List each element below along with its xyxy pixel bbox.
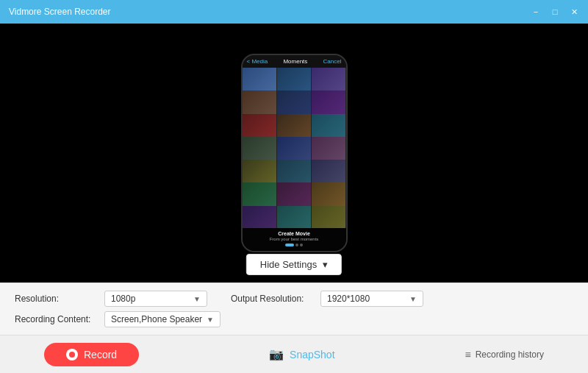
phone-footer-title: Create Movie	[247, 231, 342, 236]
chevron-down-icon: ▾	[323, 259, 328, 270]
scroll-dot	[300, 244, 303, 246]
resolution-dropdown-arrow: ▼	[193, 295, 201, 303]
phone-moments-title: Moments	[283, 58, 307, 65]
phone-footer: Create Movie From your best moments	[243, 228, 346, 251]
output-resolution-section: Output Resolution: 1920*1080 ▼	[231, 291, 423, 307]
phone-footer-sub: From your best moments	[247, 237, 342, 241]
record-button[interactable]: Record	[44, 343, 139, 366]
title-bar: Vidmore Screen Recorder − □ ✕	[0, 0, 588, 24]
close-button[interactable]: ✕	[566, 4, 582, 20]
minimize-button[interactable]: −	[528, 4, 544, 20]
output-resolution-value: 1920*1080	[327, 294, 405, 304]
hide-settings-button[interactable]: Hide Settings ▾	[246, 254, 342, 275]
main-area: < Media Moments Cancel 1:19 1s 1s 2s 3s …	[0, 24, 588, 373]
output-resolution-select[interactable]: 1920*1080 ▼	[320, 291, 423, 307]
app-title: Vidmore Screen Recorder	[9, 7, 111, 17]
phone-header: < Media Moments Cancel	[243, 55, 346, 68]
phone-cancel-btn[interactable]: Cancel	[323, 58, 342, 65]
snapshot-button[interactable]: 📷 SnapShot	[269, 347, 335, 361]
list-icon: ≡	[465, 349, 470, 360]
recording-content-value: Screen,Phone Speaker	[111, 314, 202, 324]
maximize-button[interactable]: □	[547, 4, 563, 20]
scroll-dot-active	[285, 244, 294, 246]
recording-history-label: Recording history	[476, 349, 544, 360]
output-resolution-dropdown-arrow: ▼	[409, 295, 417, 303]
resolution-value: 1080p	[111, 294, 189, 304]
scroll-dot	[295, 244, 298, 246]
recording-content-select[interactable]: Screen,Phone Speaker ▼	[104, 311, 220, 327]
recording-content-row: Recording Content: Screen,Phone Speaker …	[15, 311, 573, 327]
bottom-toolbar: Record 📷 SnapShot ≡ Recording history	[0, 335, 588, 373]
settings-panel: Resolution: 1080p ▼ Output Resolution: 1…	[0, 283, 588, 335]
record-label: Record	[84, 349, 117, 360]
phone-grid: 1:19 1s 1s 2s 3s 31s 23s 1s 39s	[243, 68, 346, 228]
resolution-label: Resolution:	[15, 294, 96, 304]
list-item[interactable]	[312, 206, 345, 228]
resolution-select[interactable]: 1080p ▼	[104, 291, 207, 307]
phone-media-btn[interactable]: < Media	[247, 58, 268, 65]
snapshot-label: SnapShot	[290, 349, 335, 360]
scroll-indicator	[247, 244, 342, 248]
recording-area: < Media Moments Cancel 1:19 1s 1s 2s 3s …	[0, 24, 588, 283]
camera-icon: 📷	[269, 347, 284, 361]
phone-mockup: < Media Moments Cancel 1:19 1s 1s 2s 3s …	[241, 54, 348, 252]
hide-settings-label: Hide Settings	[260, 259, 317, 270]
list-item[interactable]	[277, 206, 311, 228]
record-dot	[69, 352, 75, 358]
window-controls: − □ ✕	[528, 4, 582, 20]
recording-history-button[interactable]: ≡ Recording history	[465, 349, 544, 360]
recording-content-dropdown-arrow: ▼	[207, 316, 214, 324]
record-icon	[66, 349, 78, 360]
recording-content-label: Recording Content:	[15, 314, 96, 324]
resolution-row: Resolution: 1080p ▼ Output Resolution: 1…	[15, 291, 573, 307]
output-resolution-label: Output Resolution:	[231, 294, 312, 304]
hide-settings-bar: Hide Settings ▾	[246, 254, 342, 275]
list-item[interactable]	[243, 206, 276, 228]
